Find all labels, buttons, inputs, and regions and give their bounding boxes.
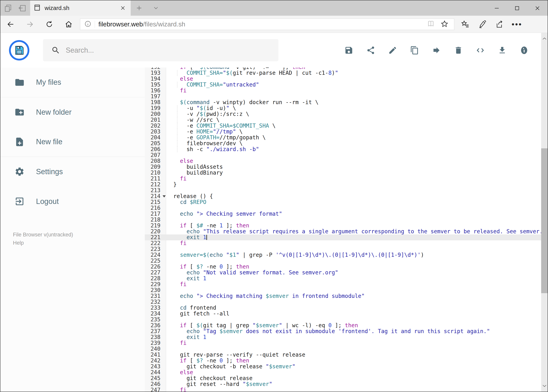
code-line-203[interactable]: 203 -e HOME="//tmp" \ [145, 129, 541, 135]
browser-tab[interactable]: wizard.sh [30, 0, 131, 16]
code-line-234[interactable]: 234 git fetch --all [145, 311, 541, 317]
code-line-242[interactable]: 242 if [ $? -ne 0 ]; then [145, 358, 541, 364]
sidebar-item-logout[interactable]: Logout [0, 187, 145, 216]
scroll-down-icon[interactable] [541, 380, 548, 392]
hub-favorites-icon[interactable] [460, 19, 471, 30]
refresh-button[interactable] [43, 18, 55, 30]
move-button[interactable] [432, 46, 441, 55]
code-line-232[interactable]: 232 [145, 299, 541, 305]
code-line-216[interactable]: 216 [145, 205, 541, 211]
code-line-218[interactable]: 218 [145, 217, 541, 223]
code-line-208[interactable]: 208 else [145, 158, 541, 164]
window-minimize-button[interactable] [486, 3, 507, 13]
favorite-star-icon[interactable] [440, 20, 449, 29]
code-line-228[interactable]: 228 exit 1 [145, 276, 541, 281]
code-line-197[interactable]: 197 [145, 94, 541, 99]
code-line-220[interactable]: 220 echo "This release script requires a… [145, 229, 541, 234]
url-text[interactable]: filebrowser.web/files/wizard.sh [98, 21, 427, 28]
code-line-240[interactable]: 240 [145, 346, 541, 352]
code-line-233[interactable]: 233 cd frontend [145, 305, 541, 311]
code-line-195[interactable]: 195 COMMIT_SHA="untracked" [145, 82, 541, 88]
code-line-227[interactable]: 227 echo "Not valid semver format. See s… [145, 270, 541, 276]
window-maximize-button[interactable] [507, 3, 527, 13]
code-line-201[interactable]: 201 -w //src \ [145, 117, 541, 123]
code-line-214[interactable]: 214release () { [145, 193, 541, 199]
code-line-219[interactable]: 219 if [ $# -ne 1 ]; then [145, 223, 541, 229]
reading-view-icon[interactable] [427, 20, 435, 29]
source-code-button[interactable] [476, 46, 485, 55]
code-line-209[interactable]: 209 buildAssets [145, 164, 541, 170]
tab-list-chevron-icon[interactable] [147, 0, 164, 16]
code-line-202[interactable]: 202 -e COMMIT_SHA=$COMMIT_SHA \ [145, 123, 541, 129]
code-line-230[interactable]: 230 [145, 287, 541, 293]
code-line-224[interactable]: 224 semver=$(echo "$1" | grep -P '^v(0|[… [145, 252, 541, 258]
code-line-235[interactable]: 235 [145, 317, 541, 322]
code-line-226[interactable]: 226 if [ $? -ne 0 ]; then [145, 264, 541, 270]
forward-button[interactable] [24, 18, 36, 30]
scrollbar-thumb[interactable] [541, 148, 548, 293]
code-line-245[interactable]: 245 git checkout release [145, 375, 541, 381]
sidebar-item-new-file[interactable]: New file [0, 127, 145, 157]
code-line-238[interactable]: 238 exit 1 [145, 334, 541, 340]
code-line-217[interactable]: 217 echo "> Checking semver format" [145, 211, 541, 217]
search-input[interactable] [65, 46, 278, 55]
code-line-200[interactable]: 200 -v /$(pwd):/src:z \ [145, 111, 541, 117]
new-tab-button[interactable] [131, 0, 147, 16]
code-line-239[interactable]: 239 fi [145, 340, 541, 346]
copy-button[interactable] [410, 46, 419, 55]
code-line-223[interactable]: 223 [145, 246, 541, 252]
code-line-246[interactable]: 246 git reset --hard "$semver" [145, 381, 541, 387]
tab-close-icon[interactable] [118, 4, 127, 12]
web-note-pen-icon[interactable] [477, 19, 488, 30]
save-button[interactable] [344, 46, 353, 55]
code-line-243[interactable]: 243 git checkout -b release "$semver" [145, 364, 541, 370]
scroll-up-icon[interactable] [541, 33, 548, 45]
code-line-207[interactable]: 207 [145, 152, 541, 158]
code-line-213[interactable]: 213 [145, 188, 541, 193]
code-line-229[interactable]: 229 fi [145, 281, 541, 287]
set-tabs-aside-icon[interactable] [18, 4, 27, 13]
code-editor[interactable]: 192 if [ "$(command -v git)" != "" ]; th… [145, 68, 541, 392]
code-line-206[interactable]: 206 sh -c "./wizard.sh -b" [145, 146, 541, 152]
code-line-204[interactable]: 204 -e GOPATH=//tmp/gopath \ [145, 135, 541, 140]
code-line-215[interactable]: 215 cd $REPO [145, 199, 541, 205]
sidebar-item-new-folder[interactable]: New folder [0, 97, 145, 127]
search-box[interactable] [43, 39, 278, 61]
page-scrollbar[interactable] [541, 33, 548, 392]
fold-arrow-icon[interactable] [163, 195, 166, 197]
sidebar-item-my-files[interactable]: My files [0, 68, 145, 97]
code-line-199[interactable]: 199 -u "$(id -u)" \ [145, 105, 541, 111]
download-button[interactable] [498, 46, 507, 55]
code-line-236[interactable]: 236 if [ $(git tag | grep "$semver" | wc… [145, 322, 541, 328]
tab-preview-icon[interactable] [4, 4, 13, 13]
code-line-196[interactable]: 196 fi [145, 88, 541, 94]
site-info-icon[interactable] [84, 20, 91, 28]
code-line-194[interactable]: 194 else [145, 76, 541, 82]
more-ellipsis-icon[interactable]: ••• [511, 19, 522, 30]
code-line-193[interactable]: 193 COMMIT_SHA="$(git rev-parse HEAD | c… [145, 70, 541, 76]
code-line-205[interactable]: 205 filebrowser/dev \ [145, 140, 541, 146]
address-bar[interactable]: filebrowser.web/files/wizard.sh [80, 19, 454, 30]
code-line-241[interactable]: 241 git rev-parse --verify --quiet relea… [145, 352, 541, 358]
info-button[interactable] [520, 46, 529, 55]
code-line-221[interactable]: 221 exit 1 [145, 234, 541, 240]
filebrowser-logo[interactable] [9, 40, 29, 61]
share-file-button[interactable] [366, 46, 375, 55]
code-line-247[interactable]: 247 fi [145, 387, 541, 392]
code-line-212[interactable]: 212} [145, 182, 541, 188]
code-line-231[interactable]: 231 echo "> Checking matching $semver in… [145, 293, 541, 299]
window-close-button[interactable] [527, 3, 548, 13]
code-line-225[interactable]: 225 [145, 258, 541, 264]
code-line-237[interactable]: 237 echo "Tag $semver does not exist in … [145, 328, 541, 334]
rename-button[interactable] [388, 46, 397, 55]
sidebar-item-settings[interactable]: Settings [0, 157, 145, 187]
code-line-198[interactable]: 198 $(command -v winpty) docker run --rm… [145, 99, 541, 105]
delete-button[interactable] [454, 46, 463, 55]
back-button[interactable] [4, 18, 17, 30]
code-line-244[interactable]: 244 else [145, 370, 541, 375]
share-icon[interactable] [494, 19, 505, 30]
home-button[interactable] [62, 18, 75, 30]
code-line-210[interactable]: 210 buildBinary [145, 170, 541, 176]
code-line-222[interactable]: 222 fi [145, 240, 541, 246]
help-link[interactable]: Help [13, 239, 73, 247]
